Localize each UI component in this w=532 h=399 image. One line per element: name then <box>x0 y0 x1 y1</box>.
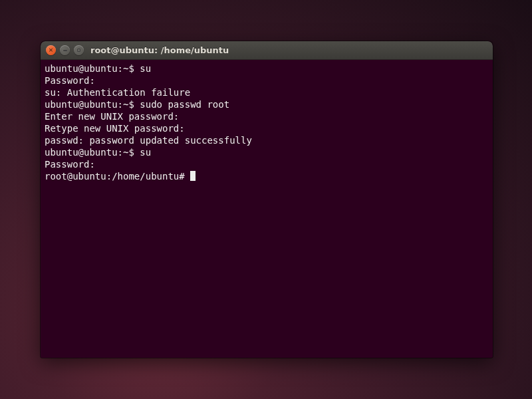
terminal-body[interactable]: ubuntu@ubuntu:~$ su Password: su: Authen… <box>41 60 493 358</box>
terminal-line: ubuntu@ubuntu:~$ sudo passwd root <box>45 98 489 110</box>
minimize-icon <box>63 50 67 51</box>
terminal-line: passwd: password updated successfully <box>45 134 489 146</box>
terminal-line: Password: <box>45 74 489 86</box>
cursor-icon <box>190 171 196 181</box>
terminal-line: ubuntu@ubuntu:~$ su <box>45 63 489 74</box>
terminal-line: Retype new UNIX password: <box>45 122 489 134</box>
terminal-line: Password: <box>45 158 489 170</box>
titlebar[interactable]: × root@ubuntu: /home/ubuntu <box>41 41 493 60</box>
terminal-prompt-line: root@ubuntu:/home/ubuntu# <box>45 170 489 182</box>
window-title: root@ubuntu: /home/ubuntu <box>90 45 229 55</box>
window-controls: × <box>46 45 84 55</box>
terminal-line: su: Authentication failure <box>45 86 489 98</box>
terminal-window: × root@ubuntu: /home/ubuntu ubuntu@ubunt… <box>41 41 493 358</box>
maximize-button[interactable] <box>74 45 84 55</box>
terminal-line: ubuntu@ubuntu:~$ su <box>45 146 489 158</box>
close-button[interactable]: × <box>46 45 56 55</box>
minimize-button[interactable] <box>60 45 70 55</box>
terminal-line: Enter new UNIX password: <box>45 110 489 122</box>
close-icon: × <box>49 47 54 53</box>
terminal-prompt: root@ubuntu:/home/ubuntu# <box>45 171 190 182</box>
maximize-icon <box>77 49 80 52</box>
